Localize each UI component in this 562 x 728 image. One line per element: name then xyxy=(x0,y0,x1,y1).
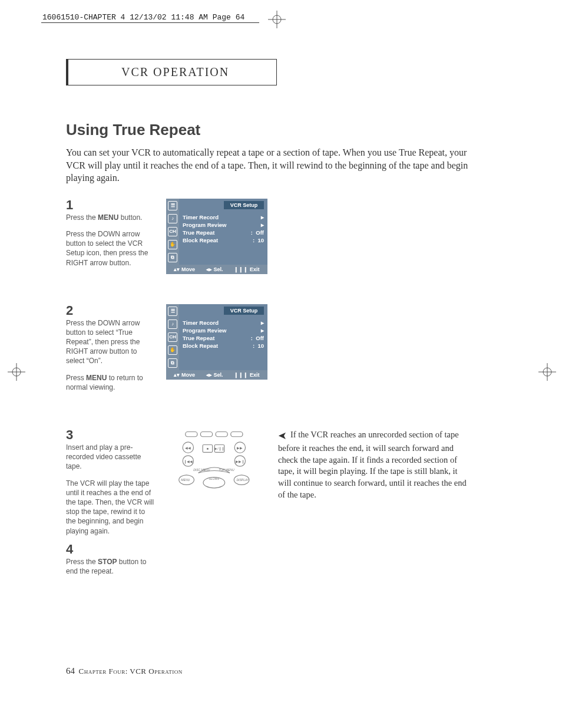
step-number: 2 xyxy=(66,304,154,317)
osd-row-label: Timer Record xyxy=(183,319,219,326)
step-text: button. xyxy=(118,213,142,222)
svg-text:❙◀◀: ❙◀◀ xyxy=(184,460,193,464)
osd-foot-sel: ◂▸ Sel. xyxy=(206,372,223,378)
osd-row-val: 10 xyxy=(257,342,264,349)
header-rule xyxy=(41,22,259,23)
svg-text:SLOW±: SLOW± xyxy=(209,477,220,480)
osd-row-val: 10 xyxy=(257,237,264,243)
step-2: 2 Press the DOWN arrow button to select … xyxy=(66,304,154,399)
svg-rect-9 xyxy=(186,432,197,437)
step-text: The VCR will play the tape until it reac… xyxy=(66,479,154,536)
svg-text:TOP MENU: TOP MENU xyxy=(219,468,234,472)
osd-foot-exit: ❙❙❙ Exit xyxy=(234,372,259,378)
svg-text:▶▶: ▶▶ xyxy=(237,446,243,450)
osd-icon: ☰ xyxy=(168,201,177,210)
step-1: 1 Press the MENU button. Press the DOWN … xyxy=(66,199,154,275)
osd-row-val: ▸ xyxy=(261,327,264,334)
osd-row-label: Program Review xyxy=(183,222,226,228)
step-number: 1 xyxy=(66,199,154,212)
svg-text:▶▶❙: ▶▶❙ xyxy=(236,460,244,464)
menu-keyword: MENU xyxy=(98,213,118,222)
osd-title: VCR Setup xyxy=(224,201,264,209)
osd-icon: ✋ xyxy=(168,240,177,249)
osd-foot-move: ▴▾ Move xyxy=(174,372,195,378)
osd-sep: : xyxy=(251,335,253,341)
note-text: If the VCR reaches an unrecorded section… xyxy=(278,430,467,499)
page-footer: 64 Chapter Four: VCR Operation xyxy=(66,666,183,676)
page-number: 64 xyxy=(66,666,75,676)
stop-keyword: STOP xyxy=(98,558,117,566)
osd-foot-move: ▴▾ Move xyxy=(174,266,195,272)
crop-mark-right xyxy=(538,363,556,381)
osd-title: VCR Setup xyxy=(224,307,264,315)
svg-text:■: ■ xyxy=(207,447,209,450)
osd-foot-sel: ◂▸ Sel. xyxy=(206,266,223,272)
osd-row-val: Off xyxy=(256,229,264,236)
osd-icon: ☰ xyxy=(168,307,177,316)
running-head: 16061510-CHAPTER 4 12/13/02 11:48 AM Pag… xyxy=(42,13,244,22)
chapter-label-box: VCR OPERATION xyxy=(66,59,277,85)
osd-sep: : xyxy=(253,237,254,243)
osd-row-label: True Repeat xyxy=(183,335,214,341)
step-text: Press the DOWN arrow button to select “T… xyxy=(66,318,154,366)
osd-row-val: Off xyxy=(256,335,264,341)
side-note: ➤If the VCR reaches an unrecorded sectio… xyxy=(278,429,472,583)
osd-row-val: ▸ xyxy=(261,319,264,326)
intro-paragraph: You can set your VCR to automatically re… xyxy=(66,146,478,185)
note-arrow-icon: ➤ xyxy=(278,429,287,443)
osd-icon: ♪ xyxy=(168,319,177,329)
osd-sep: : xyxy=(251,229,253,236)
svg-rect-10 xyxy=(200,432,212,437)
osd-row-label: Block Repeat xyxy=(183,342,218,349)
svg-rect-11 xyxy=(216,432,227,437)
osd-row-val: ▸ xyxy=(261,222,264,228)
osd-sep: : xyxy=(253,342,254,349)
svg-text:▶/❙❙: ▶/❙❙ xyxy=(214,447,224,451)
osd-icon: ⧉ xyxy=(168,358,177,368)
svg-text:MENU: MENU xyxy=(181,478,190,482)
svg-text:DISC MENU: DISC MENU xyxy=(193,468,210,472)
step-text: Press the xyxy=(66,558,98,566)
step-text: Press the DOWN arrow button to select th… xyxy=(66,229,154,268)
osd-icon: ♪ xyxy=(168,214,177,223)
crop-mark-top xyxy=(268,11,286,28)
chapter-label: VCR OPERATION xyxy=(121,65,229,78)
osd-row-label: Block Repeat xyxy=(183,237,218,243)
svg-rect-12 xyxy=(231,432,243,437)
osd-screen-1: ☰ ♪ CH ✋ ⧉ VCR Setup Timer Record▸ Progr… xyxy=(166,199,267,275)
osd-icon: CH xyxy=(168,227,177,236)
osd-foot-exit: ❙❙❙ Exit xyxy=(234,266,259,272)
osd-row-val: ▸ xyxy=(261,214,264,220)
osd-icon: ✋ xyxy=(168,345,177,355)
osd-screen-2: ☰ ♪ CH ✋ ⧉ VCR Setup Timer Record▸ Progr… xyxy=(166,304,267,399)
osd-icon: ⧉ xyxy=(168,253,177,262)
osd-icon: CH xyxy=(168,332,177,342)
step-number: 4 xyxy=(66,543,154,556)
crop-mark-left xyxy=(8,363,25,381)
step-number: 3 xyxy=(66,429,154,442)
footer-chapter: Chapter Four: VCR Operation xyxy=(79,667,183,676)
step-text: Press the xyxy=(66,213,98,222)
remote-illustration: DISC MENU TOP MENU MENU SLOW± DISPLAY ■ … xyxy=(166,429,266,493)
page-title: Using True Repeat xyxy=(66,121,502,139)
step-3: 3 Insert and play a pre-recorded video c… xyxy=(66,429,154,583)
osd-row-label: Timer Record xyxy=(183,214,219,220)
osd-row-label: True Repeat xyxy=(183,229,214,236)
step-text: Insert and play a pre-recorded video cas… xyxy=(66,443,154,472)
svg-text:DISPLAY: DISPLAY xyxy=(236,478,249,482)
step-text: Press xyxy=(66,374,86,382)
osd-row-label: Program Review xyxy=(183,327,226,334)
menu-keyword: MENU xyxy=(86,374,107,382)
svg-text:◀◀: ◀◀ xyxy=(185,446,191,450)
